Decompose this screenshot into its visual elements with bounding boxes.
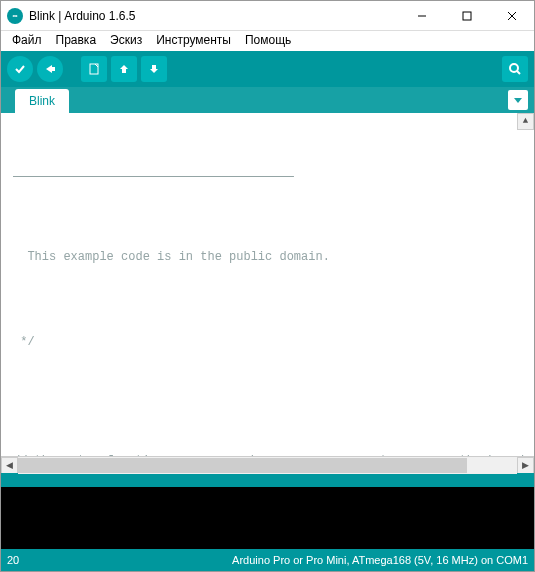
console-output[interactable]	[1, 487, 534, 549]
open-sketch-button[interactable]	[111, 56, 137, 82]
arduino-logo-icon: ∞	[7, 8, 23, 24]
message-bar	[1, 473, 534, 487]
editor-area: ▲ ______________________________________…	[1, 113, 534, 473]
toolbar	[1, 51, 534, 87]
hscroll-right-arrow[interactable]: ▶	[517, 457, 534, 474]
svg-point-8	[510, 64, 518, 72]
hscroll-left-arrow[interactable]: ◀	[1, 457, 18, 474]
svg-marker-4	[46, 65, 55, 73]
menubar: Файл Правка Эскиз Инструменты Помощь	[1, 31, 534, 51]
menu-help[interactable]: Помощь	[238, 31, 298, 49]
horizontal-scrollbar[interactable]: ◀ ▶	[1, 456, 534, 473]
maximize-button[interactable]	[444, 1, 489, 30]
status-board-info: Arduino Pro or Pro Mini, ATmega168 (5V, …	[127, 554, 528, 566]
menu-tools[interactable]: Инструменты	[149, 31, 238, 49]
statusbar: 20 Arduino Pro or Pro Mini, ATmega168 (5…	[1, 549, 534, 571]
svg-marker-6	[120, 65, 128, 73]
tabbar: Blink	[1, 87, 534, 113]
svg-rect-1	[463, 12, 471, 20]
menu-sketch[interactable]: Эскиз	[103, 31, 149, 49]
code-editor[interactable]: ▲ ______________________________________…	[1, 113, 534, 456]
status-line-number: 20	[7, 554, 127, 566]
minimize-button[interactable]	[399, 1, 444, 30]
verify-button[interactable]	[7, 56, 33, 82]
hscroll-track[interactable]	[18, 457, 517, 474]
tab-blink[interactable]: Blink	[15, 89, 69, 113]
window-controls	[399, 1, 534, 30]
menu-file[interactable]: Файл	[5, 31, 49, 49]
svg-marker-7	[150, 65, 158, 73]
svg-line-9	[517, 71, 520, 74]
new-sketch-button[interactable]	[81, 56, 107, 82]
menu-edit[interactable]: Правка	[49, 31, 104, 49]
hscroll-thumb[interactable]	[18, 458, 467, 473]
vscroll-up-arrow[interactable]: ▲	[517, 113, 534, 130]
save-sketch-button[interactable]	[141, 56, 167, 82]
serial-monitor-button[interactable]	[502, 56, 528, 82]
upload-button[interactable]	[37, 56, 63, 82]
tab-menu-button[interactable]	[508, 90, 528, 110]
window-title: Blink | Arduino 1.6.5	[29, 9, 399, 23]
arduino-ide-window: ∞ Blink | Arduino 1.6.5 Файл Правка Эски…	[0, 0, 535, 572]
titlebar: ∞ Blink | Arduino 1.6.5	[1, 1, 534, 31]
svg-marker-10	[514, 98, 522, 103]
close-button[interactable]	[489, 1, 534, 30]
